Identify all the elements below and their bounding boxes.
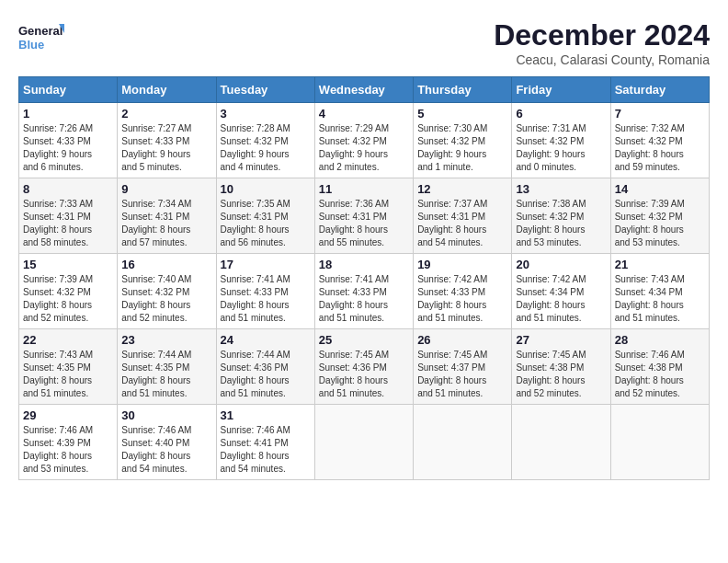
day-number: 17 bbox=[221, 258, 311, 271]
day-info: Sunrise: 7:45 AM Sunset: 4:37 PM Dayligh… bbox=[417, 349, 507, 400]
day-info: Sunrise: 7:44 AM Sunset: 4:35 PM Dayligh… bbox=[121, 349, 211, 400]
day-info: Sunrise: 7:45 AM Sunset: 4:36 PM Dayligh… bbox=[319, 349, 409, 400]
calendar-table: SundayMondayTuesdayWednesdayThursdayFrid… bbox=[18, 76, 710, 480]
day-number: 3 bbox=[221, 107, 311, 121]
calendar-cell bbox=[512, 405, 610, 480]
day-number: 13 bbox=[516, 182, 606, 196]
day-number: 22 bbox=[23, 333, 113, 347]
day-number: 14 bbox=[615, 182, 705, 196]
calendar-cell: 19Sunrise: 7:42 AM Sunset: 4:33 PM Dayli… bbox=[414, 254, 512, 329]
day-number: 24 bbox=[221, 333, 311, 347]
calendar-header-saturday: Saturday bbox=[610, 77, 709, 103]
calendar-cell: 2Sunrise: 7:27 AM Sunset: 4:33 PM Daylig… bbox=[118, 103, 216, 178]
calendar-cell: 28Sunrise: 7:46 AM Sunset: 4:38 PM Dayli… bbox=[610, 329, 709, 405]
calendar-cell: 17Sunrise: 7:41 AM Sunset: 4:33 PM Dayli… bbox=[216, 254, 314, 329]
day-info: Sunrise: 7:44 AM Sunset: 4:36 PM Dayligh… bbox=[221, 349, 311, 400]
day-number: 21 bbox=[615, 258, 705, 271]
day-number: 5 bbox=[417, 107, 507, 121]
calendar-cell: 10Sunrise: 7:35 AM Sunset: 4:31 PM Dayli… bbox=[216, 178, 314, 254]
calendar-cell: 16Sunrise: 7:40 AM Sunset: 4:32 PM Dayli… bbox=[118, 254, 216, 329]
calendar-cell: 24Sunrise: 7:44 AM Sunset: 4:36 PM Dayli… bbox=[216, 329, 314, 405]
calendar-header-thursday: Thursday bbox=[414, 77, 512, 103]
day-info: Sunrise: 7:46 AM Sunset: 4:38 PM Dayligh… bbox=[615, 349, 705, 400]
day-number: 7 bbox=[615, 107, 705, 121]
day-number: 27 bbox=[516, 333, 606, 347]
svg-text:General: General bbox=[18, 24, 63, 38]
calendar-cell: 20Sunrise: 7:42 AM Sunset: 4:34 PM Dayli… bbox=[512, 254, 610, 329]
day-info: Sunrise: 7:36 AM Sunset: 4:31 PM Dayligh… bbox=[319, 198, 409, 249]
day-info: Sunrise: 7:43 AM Sunset: 4:35 PM Dayligh… bbox=[23, 349, 113, 400]
calendar-cell: 15Sunrise: 7:39 AM Sunset: 4:32 PM Dayli… bbox=[19, 254, 118, 329]
day-info: Sunrise: 7:46 AM Sunset: 4:40 PM Dayligh… bbox=[121, 424, 211, 476]
calendar-cell: 9Sunrise: 7:34 AM Sunset: 4:31 PM Daylig… bbox=[118, 178, 216, 254]
day-number: 29 bbox=[23, 408, 113, 422]
logo-svg: General Blue bbox=[18, 18, 64, 60]
day-number: 16 bbox=[121, 258, 211, 271]
month-title: December 2024 bbox=[494, 18, 710, 52]
calendar-week-row: 8Sunrise: 7:33 AM Sunset: 4:31 PM Daylig… bbox=[19, 178, 710, 254]
title-section: December 2024 Ceacu, Calarasi County, Ro… bbox=[494, 18, 710, 67]
calendar-cell: 31Sunrise: 7:46 AM Sunset: 4:41 PM Dayli… bbox=[216, 405, 314, 480]
day-info: Sunrise: 7:40 AM Sunset: 4:32 PM Dayligh… bbox=[121, 273, 211, 325]
calendar-cell: 7Sunrise: 7:32 AM Sunset: 4:32 PM Daylig… bbox=[610, 103, 709, 178]
calendar-header-monday: Monday bbox=[118, 77, 216, 103]
day-info: Sunrise: 7:35 AM Sunset: 4:31 PM Dayligh… bbox=[221, 198, 311, 249]
day-info: Sunrise: 7:41 AM Sunset: 4:33 PM Dayligh… bbox=[221, 273, 311, 325]
day-info: Sunrise: 7:38 AM Sunset: 4:32 PM Dayligh… bbox=[516, 198, 606, 249]
calendar-cell: 22Sunrise: 7:43 AM Sunset: 4:35 PM Dayli… bbox=[19, 329, 118, 405]
day-info: Sunrise: 7:34 AM Sunset: 4:31 PM Dayligh… bbox=[121, 198, 211, 249]
day-info: Sunrise: 7:43 AM Sunset: 4:34 PM Dayligh… bbox=[615, 273, 705, 325]
day-number: 2 bbox=[121, 107, 211, 121]
calendar-cell bbox=[610, 405, 709, 480]
logo: General Blue bbox=[18, 18, 64, 60]
day-number: 8 bbox=[23, 182, 113, 196]
day-number: 10 bbox=[221, 182, 311, 196]
calendar-week-row: 1Sunrise: 7:26 AM Sunset: 4:33 PM Daylig… bbox=[19, 103, 710, 178]
day-info: Sunrise: 7:46 AM Sunset: 4:39 PM Dayligh… bbox=[23, 424, 113, 476]
calendar-cell: 25Sunrise: 7:45 AM Sunset: 4:36 PM Dayli… bbox=[314, 329, 413, 405]
day-info: Sunrise: 7:30 AM Sunset: 4:32 PM Dayligh… bbox=[417, 122, 507, 174]
calendar-cell: 6Sunrise: 7:31 AM Sunset: 4:32 PM Daylig… bbox=[512, 103, 610, 178]
day-number: 4 bbox=[319, 107, 409, 121]
day-number: 30 bbox=[121, 408, 211, 422]
calendar-cell bbox=[414, 405, 512, 480]
day-number: 11 bbox=[319, 182, 409, 196]
day-info: Sunrise: 7:37 AM Sunset: 4:31 PM Dayligh… bbox=[417, 198, 507, 249]
day-info: Sunrise: 7:46 AM Sunset: 4:41 PM Dayligh… bbox=[221, 424, 311, 476]
day-info: Sunrise: 7:33 AM Sunset: 4:31 PM Dayligh… bbox=[23, 198, 113, 249]
calendar-cell: 11Sunrise: 7:36 AM Sunset: 4:31 PM Dayli… bbox=[314, 178, 413, 254]
calendar-week-row: 15Sunrise: 7:39 AM Sunset: 4:32 PM Dayli… bbox=[19, 254, 710, 329]
calendar-cell: 1Sunrise: 7:26 AM Sunset: 4:33 PM Daylig… bbox=[19, 103, 118, 178]
day-number: 31 bbox=[221, 408, 311, 422]
calendar-header-wednesday: Wednesday bbox=[314, 77, 413, 103]
day-number: 19 bbox=[417, 258, 507, 271]
day-info: Sunrise: 7:42 AM Sunset: 4:33 PM Dayligh… bbox=[417, 273, 507, 325]
day-number: 28 bbox=[615, 333, 705, 347]
calendar-cell: 14Sunrise: 7:39 AM Sunset: 4:32 PM Dayli… bbox=[610, 178, 709, 254]
day-number: 18 bbox=[319, 258, 409, 271]
day-info: Sunrise: 7:26 AM Sunset: 4:33 PM Dayligh… bbox=[23, 122, 113, 174]
calendar-cell: 4Sunrise: 7:29 AM Sunset: 4:32 PM Daylig… bbox=[314, 103, 413, 178]
day-info: Sunrise: 7:29 AM Sunset: 4:32 PM Dayligh… bbox=[319, 122, 409, 174]
calendar-cell: 8Sunrise: 7:33 AM Sunset: 4:31 PM Daylig… bbox=[19, 178, 118, 254]
calendar-cell: 27Sunrise: 7:45 AM Sunset: 4:38 PM Dayli… bbox=[512, 329, 610, 405]
calendar-header-tuesday: Tuesday bbox=[216, 77, 314, 103]
day-info: Sunrise: 7:27 AM Sunset: 4:33 PM Dayligh… bbox=[121, 122, 211, 174]
location-subtitle: Ceacu, Calarasi County, Romania bbox=[494, 52, 710, 67]
day-number: 20 bbox=[516, 258, 606, 271]
calendar-cell: 18Sunrise: 7:41 AM Sunset: 4:33 PM Dayli… bbox=[314, 254, 413, 329]
day-info: Sunrise: 7:41 AM Sunset: 4:33 PM Dayligh… bbox=[319, 273, 409, 325]
calendar-header-sunday: Sunday bbox=[19, 77, 118, 103]
calendar-cell: 12Sunrise: 7:37 AM Sunset: 4:31 PM Dayli… bbox=[414, 178, 512, 254]
day-info: Sunrise: 7:39 AM Sunset: 4:32 PM Dayligh… bbox=[615, 198, 705, 249]
calendar-cell: 29Sunrise: 7:46 AM Sunset: 4:39 PM Dayli… bbox=[19, 405, 118, 480]
day-info: Sunrise: 7:31 AM Sunset: 4:32 PM Dayligh… bbox=[516, 122, 606, 174]
day-info: Sunrise: 7:42 AM Sunset: 4:34 PM Dayligh… bbox=[516, 273, 606, 325]
day-number: 9 bbox=[121, 182, 211, 196]
calendar-cell bbox=[314, 405, 413, 480]
day-info: Sunrise: 7:39 AM Sunset: 4:32 PM Dayligh… bbox=[23, 273, 113, 325]
calendar-cell: 23Sunrise: 7:44 AM Sunset: 4:35 PM Dayli… bbox=[118, 329, 216, 405]
svg-text:Blue: Blue bbox=[18, 38, 44, 52]
calendar-cell: 21Sunrise: 7:43 AM Sunset: 4:34 PM Dayli… bbox=[610, 254, 709, 329]
calendar-cell: 30Sunrise: 7:46 AM Sunset: 4:40 PM Dayli… bbox=[118, 405, 216, 480]
